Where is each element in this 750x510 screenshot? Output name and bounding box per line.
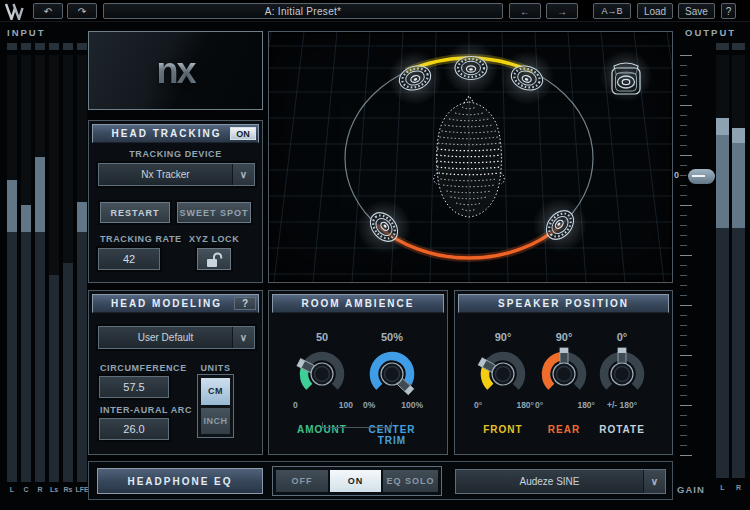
head-tracking-on-button[interactable]: ON xyxy=(230,127,256,140)
amount-knob[interactable] xyxy=(293,345,351,403)
chevron-down-icon: ∨ xyxy=(643,470,665,493)
prev-preset-button[interactable]: ← xyxy=(509,3,541,19)
clip-indicator xyxy=(35,43,45,50)
subwoofer-icon xyxy=(600,50,652,102)
units-label: UNITS xyxy=(197,363,234,373)
headphone-model-dropdown[interactable]: Audeze SINE ∨ xyxy=(455,469,666,494)
speaker-rear-left-icon xyxy=(346,189,422,265)
rotate-label: ROTATE xyxy=(585,424,659,435)
tracking-device-dropdown[interactable]: Nx Tracker ∨ xyxy=(98,163,255,186)
units-cm-button[interactable]: CM xyxy=(201,378,230,405)
waves-nx-plugin-window: ↶ ↷ A: Initial Preset* ← → A→B Load Save… xyxy=(0,0,750,510)
undo-button[interactable]: ↶ xyxy=(33,3,63,19)
eq-state-toggle: OFF ON EQ SOLO xyxy=(272,466,442,496)
gain-fader-thumb[interactable] xyxy=(688,169,715,184)
save-button[interactable]: Save xyxy=(678,3,715,19)
nx-logo-panel: nx xyxy=(88,31,263,110)
headphone-eq-panel: HEADPHONE EQ OFF ON EQ SOLO Audeze SINE … xyxy=(88,461,673,500)
rotate-value: 0° xyxy=(585,331,659,345)
front-knob[interactable] xyxy=(474,345,532,403)
center-trim-knob[interactable] xyxy=(363,345,421,403)
room-ambience-header: ROOM AMBIENCE xyxy=(272,294,444,313)
rotate-knob[interactable] xyxy=(593,345,651,403)
rotate-knob-group: 0° +/- 180° ROTATE xyxy=(585,331,659,435)
head-modeling-panel: HEAD MODELING ? User Default ∨ CIRCUMFER… xyxy=(88,290,263,455)
tracking-rate-label: TRACKING RATE xyxy=(100,234,182,244)
input-label: INPUT xyxy=(7,27,46,38)
chevron-down-icon: ∨ xyxy=(232,164,254,185)
redo-button[interactable]: ↷ xyxy=(67,3,97,19)
sweet-spot-button[interactable]: SWEET SPOT xyxy=(177,202,251,223)
knob-link-bracket xyxy=(322,422,392,428)
next-preset-button[interactable]: → xyxy=(546,3,578,19)
interaural-arc-label: INTER-AURAL ARC xyxy=(100,405,192,415)
speaker-front-left-icon xyxy=(381,44,449,112)
room-ambience-panel: ROOM AMBIENCE 50 0 100 AMOUNT 50% 0% 100… xyxy=(268,290,448,455)
gain-fader-scale xyxy=(680,55,694,462)
load-button[interactable]: Load xyxy=(637,3,673,19)
speaker-position-title: SPEAKER POSITION xyxy=(459,295,668,312)
speaker-position-header: SPEAKER POSITION xyxy=(458,294,669,313)
visualization-panel xyxy=(268,31,673,283)
clip-indicator xyxy=(716,43,729,50)
clip-indicator xyxy=(63,43,73,50)
units-inch-button[interactable]: INCH xyxy=(201,408,230,435)
amount-value: 50 xyxy=(285,331,359,345)
meter-track xyxy=(49,55,59,482)
eq-off-button[interactable]: OFF xyxy=(276,470,328,492)
arrow-left-icon: ← xyxy=(520,6,530,17)
speaker-center-icon xyxy=(444,41,498,95)
help-button[interactable]: ? xyxy=(721,3,736,19)
eq-solo-button[interactable]: EQ SOLO xyxy=(383,470,438,492)
room-ambience-title: ROOM AMBIENCE xyxy=(273,295,443,312)
head-model-value: User Default xyxy=(99,327,232,348)
undo-icon: ↶ xyxy=(44,6,52,17)
head-tracking-header: HEAD TRACKING ON xyxy=(92,124,259,143)
input-meter-section: INPUT LCRLsRsLFE xyxy=(0,22,92,510)
meter-track xyxy=(7,55,17,482)
restart-button[interactable]: RESTART xyxy=(100,202,170,223)
clip-indicator xyxy=(77,43,87,50)
interaural-arc-value[interactable]: 26.0 xyxy=(99,418,169,440)
tracking-rate-value[interactable]: 42 xyxy=(98,248,160,270)
meter-track xyxy=(77,55,87,482)
listener-head-icon xyxy=(434,96,505,217)
headphone-eq-button[interactable]: HEADPHONE EQ xyxy=(97,468,263,494)
unlock-icon xyxy=(203,251,225,268)
head-modeling-help-button[interactable]: ? xyxy=(234,297,256,310)
head-model-dropdown[interactable]: User Default ∨ xyxy=(98,326,255,349)
eq-on-button[interactable]: ON xyxy=(330,470,381,492)
speaker-position-panel: SPEAKER POSITION 90° 0° 180° FRONT 90° 0… xyxy=(454,290,673,455)
meter-track xyxy=(21,55,31,482)
center-trim-knob-group: 50% 0% 100% CENTER TRIM xyxy=(355,331,429,446)
clip-indicator xyxy=(7,43,17,50)
tracking-device-value: Nx Tracker xyxy=(99,164,232,185)
meter-track xyxy=(732,55,745,478)
units-toggle: CM INCH xyxy=(197,374,234,438)
speaker-room-visualization xyxy=(269,32,672,282)
xyz-lock-label: XYZ LOCK xyxy=(189,234,239,244)
waves-logo-icon xyxy=(4,3,29,20)
circumference-label: CIRCUMFERENCE xyxy=(100,363,187,373)
chevron-down-icon: ∨ xyxy=(232,327,254,348)
head-tracking-panel: HEAD TRACKING ON TRACKING DEVICE Nx Trac… xyxy=(88,120,263,283)
arrow-right-icon: → xyxy=(557,6,567,17)
clip-indicator xyxy=(49,43,59,50)
meter-channel-label: R xyxy=(728,484,749,491)
tracking-device-label: TRACKING DEVICE xyxy=(89,149,262,159)
preset-field[interactable]: A: Initial Preset* xyxy=(103,3,503,19)
nx-logo: nx xyxy=(89,32,262,109)
xyz-lock-button[interactable] xyxy=(197,248,231,270)
meter-track xyxy=(63,55,73,482)
clip-indicator xyxy=(732,43,745,50)
center-trim-value: 50% xyxy=(355,331,429,345)
ab-compare-button[interactable]: A→B xyxy=(593,3,631,19)
speaker-rear-right-icon xyxy=(522,187,598,263)
meter-track xyxy=(716,55,729,478)
redo-icon: ↷ xyxy=(78,6,86,17)
circumference-value[interactable]: 57.5 xyxy=(99,376,169,398)
toolbar: ↶ ↷ A: Initial Preset* ← → A→B Load Save… xyxy=(0,0,750,22)
head-modeling-header: HEAD MODELING ? xyxy=(92,294,259,313)
headphone-model-value: Audeze SINE xyxy=(456,470,643,493)
meter-track xyxy=(35,55,45,482)
